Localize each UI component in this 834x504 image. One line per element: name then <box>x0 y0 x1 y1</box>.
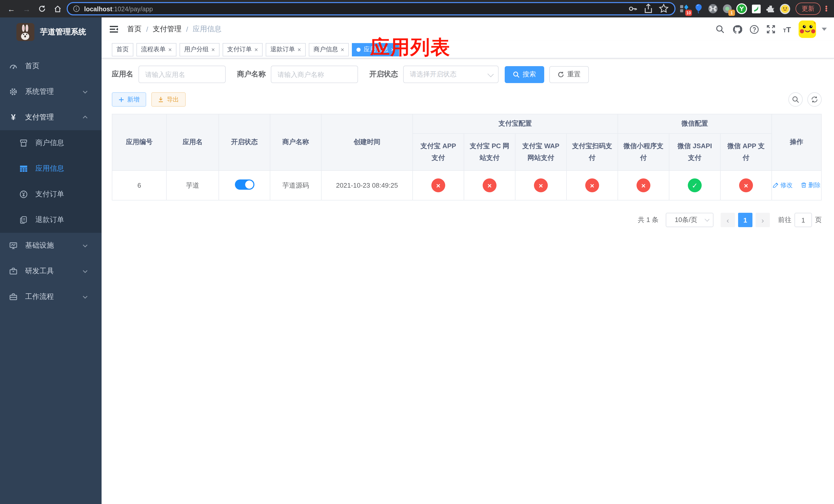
toggle-search-button[interactable] <box>788 92 803 107</box>
payment-submenu: 商户信息 应用信息 支付订单 <box>0 130 102 233</box>
cell-wx-jsapi: ✓ <box>669 170 720 200</box>
sidebar-item-system[interactable]: 系统管理 <box>0 79 102 105</box>
close-icon[interactable]: × <box>211 46 215 52</box>
grid-icon <box>20 165 28 173</box>
col-alipay-app: 支付宝 APP 支付 <box>413 134 464 170</box>
chevron-down-icon <box>82 89 88 95</box>
col-operations: 操作 <box>772 114 821 170</box>
main-panel: 应用列表 首页 / 支付管理 / 应用信息 <box>102 18 834 504</box>
chevron-down-icon <box>82 294 88 300</box>
search-button[interactable]: 搜索 <box>505 66 544 83</box>
tag-user-group[interactable]: 用户分组× <box>179 43 220 56</box>
sidebar-item-infra[interactable]: 基础设施 <box>0 233 102 258</box>
edit-link[interactable]: 修改 <box>772 181 792 190</box>
sidebar-item-merchant-info[interactable]: 商户信息 <box>0 130 102 156</box>
sidebar-fold-icon[interactable] <box>109 24 119 35</box>
app-name-input[interactable] <box>138 66 226 83</box>
download-icon <box>158 96 163 102</box>
refresh-table-button[interactable] <box>807 92 822 107</box>
browser-menu-icon[interactable]: ••• <box>824 6 829 12</box>
tag-process-form[interactable]: 流程表单× <box>136 43 176 56</box>
extension-recorder-icon[interactable]: 1 <box>722 3 733 14</box>
prev-page-button[interactable]: ‹ <box>721 213 735 227</box>
sidebar-item-devtools[interactable]: 研发工具 <box>0 258 102 284</box>
breadcrumb-payment[interactable]: 支付管理 <box>153 25 181 34</box>
status-cross-icon: × <box>585 178 599 192</box>
extension-chat-icon[interactable] <box>750 3 762 14</box>
sidebar-item-app-info[interactable]: 应用信息 <box>0 156 102 182</box>
reload-icon[interactable] <box>36 3 48 15</box>
group-wechat-config: 微信配置 <box>618 114 772 134</box>
delete-link[interactable]: 删除 <box>801 181 821 190</box>
close-icon[interactable]: × <box>298 46 301 52</box>
page-number-1[interactable]: 1 <box>738 213 752 227</box>
monitor-icon <box>9 242 18 250</box>
status-check-icon: ✓ <box>688 178 702 192</box>
font-size-icon[interactable]: TT <box>783 25 791 33</box>
export-button[interactable]: 导出 <box>151 92 186 107</box>
forward-icon[interactable]: → <box>21 3 33 15</box>
extension-tasks-icon[interactable]: 10 <box>679 3 690 14</box>
status-toggle[interactable] <box>235 180 254 190</box>
extension-command-icon[interactable] <box>707 3 719 14</box>
breadcrumb-home[interactable]: 首页 <box>127 25 141 34</box>
sidebar-item-refund-order[interactable]: 退款订单 <box>0 207 102 233</box>
extension-emoji-icon[interactable] <box>779 3 790 14</box>
status-select[interactable]: 请选择开启状态 <box>403 66 499 83</box>
sidebar-item-workflow[interactable]: 工作流程 <box>0 284 102 310</box>
tag-merchant-info[interactable]: 商户信息× <box>309 43 349 56</box>
cell-alipay-pc: × <box>464 170 515 200</box>
share-icon[interactable] <box>643 3 654 14</box>
password-key-icon[interactable] <box>627 3 639 14</box>
site-info-icon[interactable] <box>73 5 80 12</box>
next-page-button[interactable]: › <box>755 213 770 227</box>
page-suffix: 页 <box>815 215 822 225</box>
bookmark-star-icon[interactable] <box>658 3 670 14</box>
back-icon[interactable]: ← <box>5 3 18 15</box>
toolbox-icon <box>9 267 18 275</box>
sidebar-item-label: 研发工具 <box>25 267 82 276</box>
github-icon[interactable] <box>732 25 741 34</box>
sidebar-item-home[interactable]: 首页 <box>0 53 102 79</box>
add-button[interactable]: 新增 <box>112 92 146 107</box>
user-avatar[interactable] <box>798 21 816 38</box>
sidebar-item-label: 支付管理 <box>25 113 82 122</box>
merchant-name-input[interactable] <box>271 66 358 83</box>
tag-app-info[interactable]: 应用信息× <box>352 43 399 56</box>
update-button[interactable]: 更新 <box>795 3 821 15</box>
col-status: 开启状态 <box>219 114 270 170</box>
sidebar-logo[interactable]: 芋道管理系统 <box>0 18 102 46</box>
tag-home[interactable]: 首页 <box>112 43 133 56</box>
help-icon[interactable] <box>749 25 758 34</box>
goto-label: 前往 <box>778 215 791 225</box>
sidebar-item-payment[interactable]: ¥ 支付管理 <box>0 105 102 130</box>
close-icon[interactable]: × <box>341 46 344 52</box>
sidebar-item-pay-order[interactable]: 支付订单 <box>0 182 102 207</box>
close-icon[interactable]: × <box>168 46 172 52</box>
tag-refund-order[interactable]: 退款订单× <box>266 43 306 56</box>
home-icon[interactable] <box>51 3 64 15</box>
chevron-down-icon <box>705 217 710 222</box>
page-content: 应用名 商户名称 开启状态 请选择开启状态 搜索 重置 <box>102 59 834 504</box>
close-icon[interactable]: × <box>255 46 258 52</box>
extension-puzzle-icon[interactable] <box>765 3 776 14</box>
url-bar[interactable]: localhost:1024/pay/app <box>67 2 676 15</box>
reset-button[interactable]: 重置 <box>549 66 589 83</box>
pagination: 共 1 条 10条/页 ‹ 1 › 前往 页 <box>112 213 822 227</box>
col-alipay-wap: 支付宝 WAP 网站支付 <box>515 134 567 170</box>
tag-pay-order[interactable]: 支付订单× <box>223 43 263 56</box>
extension-yudao-icon[interactable] <box>736 3 747 14</box>
extension-badge: 10 <box>685 10 692 16</box>
goto-page-input[interactable] <box>794 213 812 227</box>
close-icon[interactable]: × <box>391 46 394 52</box>
fullscreen-icon[interactable] <box>766 25 775 34</box>
avatar-caret-icon[interactable] <box>822 28 827 31</box>
gear-icon <box>9 88 18 96</box>
extension-balloon-icon[interactable] <box>693 3 704 14</box>
total-count: 共 1 条 <box>638 215 659 225</box>
header-search-icon[interactable] <box>715 25 724 34</box>
sidebar-item-label: 工作流程 <box>25 292 82 301</box>
app-title: 芋道管理系统 <box>40 27 86 37</box>
plus-icon <box>118 97 124 102</box>
page-size-select[interactable]: 10条/页 <box>666 213 714 227</box>
